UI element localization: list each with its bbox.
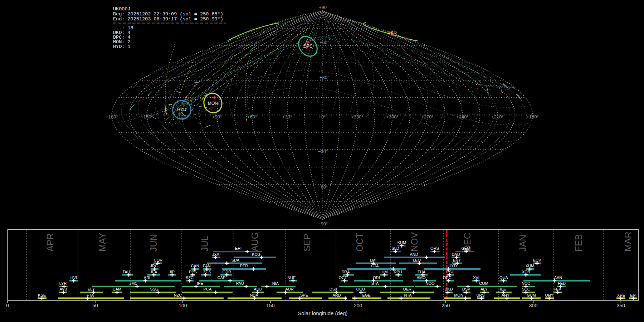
- svg-text:CAP: CAP: [218, 275, 226, 280]
- svg-text:ERI: ERI: [235, 246, 241, 250]
- svg-text:GDR: GDR: [223, 270, 231, 274]
- svg-text:CAM: CAM: [113, 287, 121, 291]
- svg-text:APR: APR: [45, 233, 55, 252]
- svg-text:−30°: −30°: [318, 149, 328, 154]
- svg-text:ORI: ORI: [373, 275, 380, 280]
- svg-text:DAD: DAD: [452, 252, 460, 257]
- svg-text:−90°: −90°: [318, 221, 328, 226]
- svg-text:TAH: TAH: [122, 270, 130, 274]
- svg-text:+30°: +30°: [319, 75, 329, 80]
- svg-text:LUM: LUM: [379, 270, 387, 274]
- svg-text:OHY: OHY: [545, 293, 554, 297]
- svg-text:ORS: ORS: [430, 246, 439, 250]
- svg-text:KSE: KSE: [38, 293, 46, 297]
- svg-text:GUM: GUM: [527, 293, 536, 297]
- svg-text:200: 200: [354, 303, 362, 308]
- svg-text:PAU: PAU: [236, 281, 244, 286]
- svg-text:ELY: ELY: [88, 287, 95, 291]
- svg-text:IPE: IPE: [197, 281, 203, 286]
- svg-text:+60°: +60°: [247, 114, 257, 119]
- svg-text:JXA: JXA: [212, 252, 220, 257]
- svg-text:AHY: AHY: [502, 293, 510, 297]
- svg-text:LEO: LEO: [413, 258, 421, 262]
- svg-text:CQR: CQR: [154, 258, 163, 262]
- svg-text:MAR: MAR: [623, 231, 633, 252]
- svg-text:HYD: 1: HYD: 1: [113, 44, 131, 49]
- svg-text:NIA: NIA: [272, 281, 279, 286]
- svg-text:LYR: LYR: [59, 281, 67, 286]
- svg-text:JIP: JIP: [169, 270, 175, 274]
- svg-text:STA: STA: [371, 281, 379, 286]
- svg-text:FEB: FEB: [574, 234, 584, 252]
- svg-text:JMC: JMC: [130, 281, 138, 286]
- svg-text:MON: MON: [208, 101, 218, 106]
- svg-text:AAN: AAN: [554, 275, 562, 280]
- svg-text:+270°: +270°: [421, 114, 433, 119]
- svg-text:PER: PER: [240, 264, 248, 268]
- svg-text:50: 50: [92, 303, 98, 308]
- svg-text:QUA: QUA: [499, 275, 508, 280]
- svg-text:DPC: DPC: [443, 275, 451, 280]
- svg-text:Beg: 20251202 22:39:09 (sol =: Beg: 20251202 22:39:09 (sol = 250.65°): [113, 11, 223, 17]
- svg-text:MON: MON: [454, 293, 463, 297]
- svg-text:+30°: +30°: [282, 114, 292, 119]
- svg-text:FED: FED: [558, 281, 566, 286]
- svg-text:NTA: NTA: [404, 293, 412, 297]
- svg-text:PSU: PSU: [447, 270, 455, 274]
- svg-text:OCT: OCT: [355, 233, 365, 252]
- svg-text:NUE: NUE: [287, 275, 296, 280]
- svg-text:DRA: DRA: [341, 270, 350, 274]
- svg-text:XVI: XVI: [473, 275, 479, 280]
- svg-text:+330°: +330°: [351, 114, 363, 119]
- svg-text:KUM: KUM: [397, 240, 406, 245]
- svg-text:JEA: JEA: [150, 270, 157, 274]
- svg-text:GEM: GEM: [461, 246, 470, 250]
- svg-text:HYD: HYD: [448, 264, 457, 268]
- svg-text:ILE: ILE: [500, 287, 506, 291]
- svg-text:RPU: RPU: [394, 270, 402, 274]
- svg-text:XUM: XUM: [526, 264, 534, 268]
- svg-text:ARI: ARI: [144, 275, 150, 280]
- svg-text:DPC: DPC: [303, 44, 313, 49]
- svg-text:HVI: HVI: [70, 275, 77, 280]
- svg-text:UK000J: UK000J: [113, 6, 131, 12]
- svg-text:+210°: +210°: [491, 114, 503, 119]
- svg-text:OCT: OCT: [338, 275, 347, 280]
- svg-text:+300°: +300°: [386, 114, 398, 119]
- svg-text:AUG: AUG: [250, 232, 260, 252]
- svg-text:AVB: AVB: [59, 287, 67, 291]
- svg-text:+180°: +180°: [106, 114, 118, 119]
- svg-text:AMO: AMO: [416, 275, 426, 280]
- svg-text:+60°: +60°: [319, 40, 329, 45]
- svg-text:MAY: MAY: [97, 233, 107, 252]
- svg-text:DKD: DKD: [444, 287, 453, 291]
- svg-text:COM: COM: [479, 281, 488, 286]
- svg-text:+90°: +90°: [319, 5, 328, 10]
- svg-text:SLD: SLD: [391, 246, 399, 250]
- svg-text:ALY: ALY: [480, 287, 488, 291]
- svg-text:JUN: JUN: [148, 234, 158, 252]
- svg-text:CAN: CAN: [191, 264, 199, 268]
- svg-text:150: 150: [266, 303, 275, 308]
- svg-text:EGE: EGE: [362, 293, 370, 297]
- svg-text:URS: URS: [476, 293, 484, 297]
- svg-text:ECV: ECV: [533, 258, 541, 262]
- svg-text:JAN: JAN: [518, 235, 528, 252]
- svg-text:DKD: DKD: [387, 30, 397, 35]
- svg-text:100: 100: [179, 303, 187, 308]
- svg-text:PPS: PPS: [189, 270, 197, 274]
- svg-text:SPE: SPE: [300, 293, 308, 297]
- svg-text:350: 350: [617, 303, 625, 308]
- svg-text:HYD: HYD: [177, 107, 186, 112]
- svg-text:PCA: PCA: [204, 287, 212, 291]
- svg-text:NOO: NOO: [425, 281, 435, 286]
- svg-text:FTA: FTA: [87, 293, 94, 297]
- svg-text:−60°: −60°: [318, 184, 328, 190]
- svg-text:JRC: JRC: [150, 264, 157, 268]
- svg-text:EVI: EVI: [630, 293, 636, 297]
- svg-text:+240°: +240°: [456, 114, 468, 119]
- svg-text:DSX: DSX: [330, 287, 338, 291]
- svg-text:EHY: EHY: [453, 258, 461, 262]
- svg-text:+90°: +90°: [212, 114, 222, 119]
- svg-text:End: 20251203 06:39:17 (sol =: End: 20251203 06:39:17 (sol = 250.99°): [113, 16, 223, 22]
